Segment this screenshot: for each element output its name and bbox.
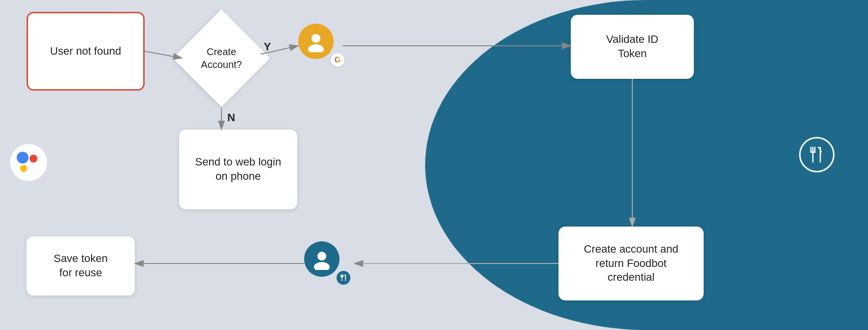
validate-id-box: Validate IDToken [571,15,694,79]
google-user-icon: G [298,24,342,68]
yes-label: Y [264,40,271,53]
diagram-container: User not found CreateAccount? Y N Send t… [0,0,868,330]
svg-point-15 [317,252,326,261]
user-not-found-box: User not found [27,12,145,91]
web-login-box: Send to web loginon phone [179,130,297,209]
create-account-label: Create account andreturn Foodbotcredenti… [584,242,678,285]
foodbot-avatar-circle [304,241,340,277]
google-assistant-icon [9,143,48,182]
svg-point-14 [20,165,27,172]
no-label: N [227,111,235,124]
web-login-label: Send to web loginon phone [195,155,281,183]
user-avatar-circle [298,24,334,59]
svg-point-16 [314,262,330,270]
svg-point-9 [311,34,320,43]
fork-knife-icon [799,137,838,176]
fork-knife-circle [799,137,835,172]
svg-point-12 [17,152,29,164]
foodbot-badge [337,271,350,285]
foodbot-user-icon [304,241,348,286]
save-token-label: Save tokenfor reuse [54,252,108,280]
diamond-container: CreateAccount? [182,9,261,107]
save-token-box: Save tokenfor reuse [27,236,135,296]
create-account-box: Create account andreturn Foodbotcredenti… [558,227,704,300]
user-not-found-label: User not found [50,44,121,59]
svg-point-13 [30,155,37,163]
diamond-label: CreateAccount? [197,45,246,71]
validate-id-label: Validate IDToken [606,33,658,61]
svg-point-11 [10,144,47,181]
svg-point-10 [308,44,324,52]
google-badge: G [331,53,344,67]
